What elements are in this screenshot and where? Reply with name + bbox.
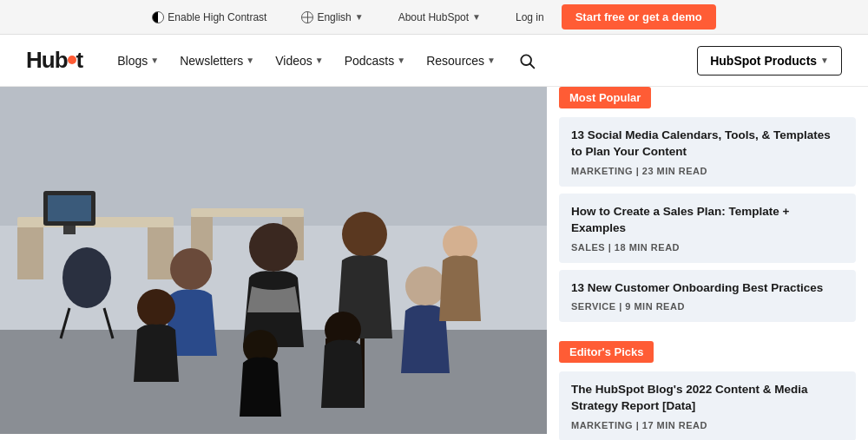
nav-blogs[interactable]: Blogs ▼ <box>108 47 168 75</box>
language-label: English <box>317 11 351 23</box>
nav-podcasts[interactable]: Podcasts ▼ <box>336 47 415 75</box>
nav-videos-chevron: ▼ <box>315 56 324 65</box>
top-bar: Enable High Contrast English ▼ About Hub… <box>0 0 868 35</box>
popular-article-1-meta: MARKETING | 23 MIN READ <box>571 166 844 176</box>
logo-text-2: t <box>76 47 83 74</box>
nav-newsletters-chevron: ▼ <box>246 56 254 65</box>
main-nav: Hubt Blogs ▼ Newsletters ▼ Videos ▼ Podc… <box>0 35 868 87</box>
svg-rect-12 <box>48 195 91 221</box>
editors-picks-label: Editor's Picks <box>559 341 654 363</box>
popular-article-2-meta: SALES | 18 MIN READ <box>571 242 844 253</box>
svg-line-1 <box>530 63 535 68</box>
contrast-icon <box>152 11 164 23</box>
popular-article-1[interactable]: 13 Social Media Calendars, Tools, & Temp… <box>559 117 856 187</box>
svg-point-26 <box>443 226 477 260</box>
popular-article-1-title: 13 Social Media Calendars, Tools, & Temp… <box>571 128 844 161</box>
nav-resources-label: Resources <box>426 54 484 68</box>
editors-article-1[interactable]: The HubSpot Blog's 2022 Content & Media … <box>559 371 856 440</box>
about-chevron: ▼ <box>472 12 481 22</box>
nav-blogs-chevron: ▼ <box>150 56 159 65</box>
hero-image-placeholder <box>0 87 547 434</box>
popular-article-2[interactable]: How to Create a Sales Plan: Template + E… <box>559 194 856 263</box>
search-button[interactable] <box>511 45 542 76</box>
most-popular-section: Most Popular 13 Social Media Calendars, … <box>559 87 856 322</box>
nav-videos-label: Videos <box>275 54 312 68</box>
svg-rect-7 <box>148 227 174 279</box>
logo-dot <box>68 56 76 64</box>
svg-point-25 <box>405 266 445 306</box>
svg-point-19 <box>342 212 387 257</box>
svg-rect-8 <box>191 208 304 217</box>
hero-image <box>0 87 547 434</box>
language-selector[interactable]: English ▼ <box>301 11 363 23</box>
editors-article-1-title: The HubSpot Blog's 2022 Content & Media … <box>571 382 844 415</box>
hubspot-logo[interactable]: Hubt <box>26 47 82 74</box>
nav-resources[interactable]: Resources ▼ <box>418 47 504 75</box>
svg-point-14 <box>62 247 111 308</box>
svg-rect-13 <box>63 226 76 234</box>
login-link[interactable]: Log in <box>516 11 544 23</box>
most-popular-label: Most Popular <box>559 87 651 108</box>
popular-article-2-title: How to Create a Sales Plan: Template + E… <box>571 204 844 237</box>
editors-picks-section: Editor's Picks The HubSpot Blog's 2022 C… <box>559 329 856 440</box>
hero-scene-svg <box>0 87 547 434</box>
contrast-label: Enable High Contrast <box>168 11 266 23</box>
svg-point-18 <box>170 248 212 290</box>
svg-rect-6 <box>17 227 43 279</box>
nav-videos[interactable]: Videos ▼ <box>266 47 332 75</box>
about-label: About HubSpot <box>398 11 469 23</box>
nav-podcasts-chevron: ▼ <box>397 56 405 65</box>
svg-point-20 <box>137 289 175 327</box>
nav-newsletters[interactable]: Newsletters ▼ <box>171 47 263 75</box>
popular-article-3-title: 13 New Customer Onboarding Best Practice… <box>571 280 844 297</box>
nav-podcasts-label: Podcasts <box>345 54 395 68</box>
nav-products-label: HubSpot Products <box>710 54 817 68</box>
contrast-toggle[interactable]: Enable High Contrast <box>152 11 266 23</box>
nav-items: Blogs ▼ Newsletters ▼ Videos ▼ Podcasts … <box>108 45 697 76</box>
logo-text-1: Hub <box>26 47 68 74</box>
editors-article-1-meta: MARKETING | 17 MIN READ <box>571 420 844 430</box>
nav-resources-chevron: ▼ <box>487 56 496 65</box>
popular-article-3-meta: SERVICE | 9 MIN READ <box>571 301 844 312</box>
search-icon <box>518 52 536 69</box>
about-hubspot[interactable]: About HubSpot ▼ <box>398 11 481 23</box>
start-cta-button[interactable]: Start free or get a demo <box>562 4 716 30</box>
globe-icon <box>301 11 313 23</box>
svg-point-17 <box>249 223 298 272</box>
login-label: Log in <box>516 11 544 23</box>
content-area: Most Popular 13 Social Media Calendars, … <box>0 87 868 440</box>
nav-products-button[interactable]: HubSpot Products ▼ <box>697 46 842 76</box>
sidebar: Most Popular 13 Social Media Calendars, … <box>547 87 868 440</box>
nav-products-chevron: ▼ <box>820 56 829 65</box>
popular-article-3[interactable]: 13 New Customer Onboarding Best Practice… <box>559 270 856 323</box>
nav-blogs-label: Blogs <box>117 54 148 68</box>
nav-newsletters-label: Newsletters <box>180 54 243 68</box>
language-chevron: ▼ <box>355 12 364 22</box>
